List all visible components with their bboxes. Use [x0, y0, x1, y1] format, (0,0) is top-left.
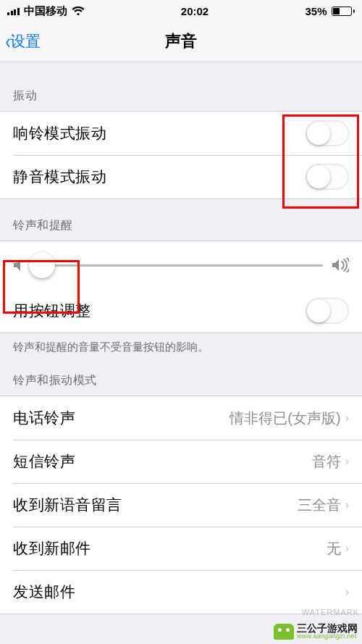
row-text-tone[interactable]: 短信铃声 音符 › [0, 440, 362, 483]
chevron-right-icon: › [345, 411, 349, 425]
row-value: 音符 [312, 452, 341, 472]
signal-bars-icon [7, 7, 20, 15]
android-robot-icon [274, 624, 294, 640]
row-label: 收到新邮件 [13, 538, 91, 559]
section-header-patterns: 铃声和振动模式 [0, 354, 362, 396]
volume-max-icon [332, 258, 349, 272]
row-label: 用按钮调整 [13, 301, 91, 321]
row-value: 情非得已(女声版) [230, 409, 340, 428]
volume-min-icon [13, 259, 25, 272]
row-vibrate-on-silent[interactable]: 静音模式振动 [0, 155, 362, 198]
battery-percent: 35% [305, 5, 327, 17]
chevron-right-icon: › [345, 498, 349, 511]
logo-name: 三公子游戏网 [297, 623, 358, 633]
volume-slider-track[interactable] [33, 264, 323, 267]
clock: 20:02 [181, 5, 209, 17]
screen: 中国移动 20:02 35% ‹ 设置 声音 振动 响铃模式振动 [0, 0, 362, 644]
row-ringtone[interactable]: 电话铃声 情非得已(女声版) › [0, 396, 362, 440]
section-header-ringer: 铃声和提醒 [0, 199, 362, 241]
toggle-vibrate-on-silent[interactable] [306, 164, 349, 190]
back-label: 设置 [10, 31, 41, 51]
section-footer-ringer: 铃声和提醒的音量不受音量按钮的影响。 [0, 333, 362, 354]
status-right: 35% [305, 5, 355, 17]
status-bar: 中国移动 20:02 35% [0, 0, 362, 20]
chevron-right-icon: › [345, 585, 349, 598]
row-vibrate-on-ring[interactable]: 响铃模式振动 [0, 112, 362, 155]
carrier-label: 中国移动 [24, 4, 67, 18]
row-label: 电话铃声 [13, 408, 75, 428]
row-new-mail[interactable]: 收到新邮件 无 › [0, 527, 362, 570]
row-value: 无 [327, 539, 341, 559]
toggle-vibrate-on-ring[interactable] [306, 120, 349, 146]
nav-header: ‹ 设置 声音 [0, 20, 362, 62]
row-change-with-buttons[interactable]: 用按钮调整 [0, 289, 362, 333]
row-value: 三全音 [298, 495, 341, 515]
back-button[interactable]: ‹ 设置 [4, 30, 41, 52]
row-label: 短信铃声 [13, 451, 75, 472]
row-label: 发送邮件 [13, 582, 75, 602]
toggle-change-with-buttons[interactable] [306, 298, 349, 324]
battery-icon [332, 7, 355, 16]
row-label: 收到新语音留言 [13, 495, 122, 515]
volume-slider-thumb[interactable] [29, 252, 55, 278]
section-header-vibration: 振动 [0, 62, 362, 111]
chevron-left-icon: ‹ [6, 30, 11, 52]
row-new-voicemail[interactable]: 收到新语音留言 三全音 › [0, 483, 362, 527]
row-sent-mail[interactable]: 发送邮件 › [0, 570, 362, 614]
row-label: 静音模式振动 [13, 167, 106, 187]
logo-url: www.sangongzi.net [297, 633, 358, 640]
chevron-right-icon: › [345, 455, 349, 468]
group-ringer: 用按钮调整 [0, 241, 362, 333]
row-ringer-volume-slider[interactable] [0, 241, 362, 289]
chevron-right-icon: › [345, 542, 349, 555]
source-logo: 三公子游戏网 www.sangongzi.net [274, 623, 358, 640]
page-title: 声音 [165, 30, 197, 52]
group-vibration: 响铃模式振动 静音模式振动 [0, 111, 362, 199]
watermark-text: WATERMARK [302, 608, 359, 616]
wifi-icon [72, 7, 85, 16]
status-left: 中国移动 [7, 4, 85, 18]
group-patterns: 电话铃声 情非得已(女声版) › 短信铃声 音符 › 收到新语音留言 三全音 ›… [0, 396, 362, 614]
row-label: 响铃模式振动 [13, 123, 106, 143]
